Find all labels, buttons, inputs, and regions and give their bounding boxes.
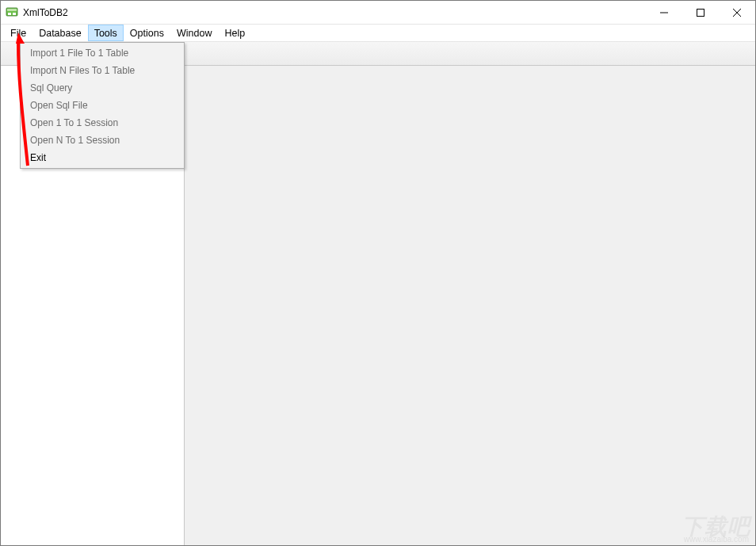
menu-item-import-n-files-to-1-table[interactable]: Import N Files To 1 Table	[22, 62, 182, 79]
menu-item-open-1-to-1-session[interactable]: Open 1 To 1 Session	[22, 114, 182, 132]
maximize-button[interactable]	[682, 1, 719, 24]
right-pane	[185, 66, 755, 545]
titlebar: XmlToDB2	[1, 1, 755, 25]
svg-rect-5	[697, 9, 704, 16]
window-title: XmlToDB2	[23, 7, 68, 18]
window-controls	[646, 1, 755, 24]
menu-item-sql-query[interactable]: Sql Query	[22, 79, 182, 97]
file-dropdown: Import 1 File To 1 Table Import N Files …	[20, 42, 185, 169]
menu-item-import-1-file-to-1-table[interactable]: Import 1 File To 1 Table	[22, 44, 182, 62]
svg-rect-2	[8, 13, 11, 15]
app-window: XmlToDB2 File Database Tools Options Win…	[0, 0, 756, 546]
menubar: File Database Tools Options Window Help	[1, 25, 755, 42]
menu-item-open-n-to-1-session[interactable]: Open N To 1 Session	[22, 132, 182, 149]
svg-rect-1	[7, 9, 17, 11]
app-icon	[6, 6, 18, 19]
menu-file[interactable]: File	[4, 25, 32, 41]
close-button[interactable]	[719, 1, 755, 24]
menu-item-exit[interactable]: Exit	[22, 149, 182, 166]
menu-database[interactable]: Database	[32, 25, 88, 41]
menu-help[interactable]: Help	[218, 25, 251, 41]
menu-window[interactable]: Window	[170, 25, 218, 41]
menu-options[interactable]: Options	[124, 25, 170, 41]
menu-tools[interactable]: Tools	[88, 25, 124, 41]
svg-rect-3	[13, 13, 16, 15]
menu-item-open-sql-file[interactable]: Open Sql File	[22, 97, 182, 114]
minimize-button[interactable]	[646, 1, 682, 24]
